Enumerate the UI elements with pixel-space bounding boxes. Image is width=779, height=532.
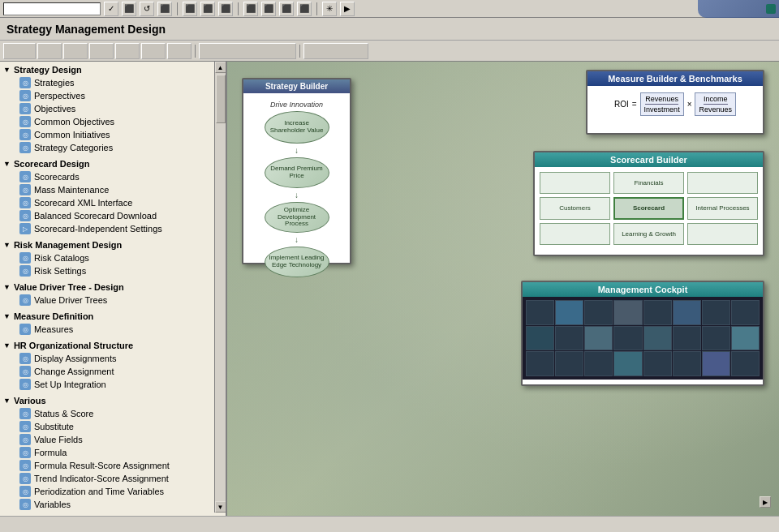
sidebar-item-status-score[interactable]: ◎ Status & Score — [0, 407, 214, 420]
tree-header-measure-def[interactable]: ▼ Measure Definition — [0, 310, 214, 323]
top-toolbar: ✓ ⬛ ↺ ⬛ ⬛ ⬛ ⬛ ⬛ ⬛ ⬛ ⬛ ✳ ▶ — [0, 0, 779, 18]
sb-oval-4: Implement Leading Edge Technology — [265, 247, 329, 277]
toolbar-icon-refresh[interactable]: ↺ — [140, 2, 154, 16]
item-icon-objectives: ◎ — [19, 103, 31, 114]
sidebar-item-mass-maintenance[interactable]: ◎ Mass Maintenance — [0, 183, 214, 196]
toolbar-icon-func3[interactable]: ⬛ — [279, 2, 294, 16]
strategy-builder-card[interactable]: Strategy Builder Drive Innovation Increa… — [242, 78, 351, 264]
tb2-btn-1[interactable] — [3, 43, 36, 59]
tb2-btn-3[interactable] — [63, 43, 88, 59]
item-label-independent-settings: Scorecard-Independent Settings — [34, 224, 162, 234]
tb2-btn-4[interactable] — [89, 43, 114, 59]
sc-label-customers: Customers — [559, 204, 591, 212]
toolbar-icon-nav2[interactable]: ⬛ — [200, 2, 215, 16]
strategy-builder-body: Drive Innovation Increase Shareholder Va… — [243, 93, 350, 285]
tb2-btn-8[interactable] — [199, 43, 296, 59]
toolbar-icon-func1[interactable]: ⬛ — [243, 2, 258, 16]
tree-header-various[interactable]: ▼ Various — [0, 394, 214, 407]
scroll-thumb[interactable] — [216, 75, 226, 123]
tree-header-hr-org[interactable]: ▼ HR Organizational Structure — [0, 339, 214, 352]
sidebar-scrollbar[interactable]: ▲ ▼ — [214, 62, 226, 513]
toolbar-input[interactable] — [3, 2, 101, 15]
sb-oval-2-text: Demand Premium Price — [267, 165, 327, 180]
arrow-risk-mgmt: ▼ — [3, 241, 11, 249]
sidebar-item-periodization[interactable]: ◎ Periodization and Time Variables — [0, 485, 214, 498]
sidebar-item-strategy-categories[interactable]: ◎ Strategy Categories — [0, 141, 214, 154]
sidebar-item-risk-catalogs[interactable]: ◎ Risk Catalogs — [0, 251, 214, 264]
sidebar-item-xml-interface[interactable]: ◎ Scorecard XML Interface — [0, 196, 214, 209]
canvas-scroll-right[interactable]: ▶ — [760, 496, 771, 508]
tb2-btn-7[interactable] — [167, 43, 192, 59]
item-label-measures: Measures — [34, 324, 73, 334]
sidebar-item-objectives[interactable]: ◎ Objectives — [0, 102, 214, 115]
sidebar-item-value-fields[interactable]: ◎ Value Fields — [0, 433, 214, 446]
sb-arrow-1: ↓ — [248, 146, 345, 155]
toolbar-separator-1 — [177, 2, 178, 15]
sidebar-item-independent-settings[interactable]: ▷ Scorecard-Independent Settings — [0, 222, 214, 235]
item-label-display-assignments: Display Assignments — [34, 354, 117, 363]
arrow-scorecard-design: ▼ — [3, 160, 11, 168]
toolbar-icon-nav3[interactable]: ⬛ — [218, 2, 233, 16]
sidebar-item-set-up-integration[interactable]: ◎ Set Up Integration — [0, 378, 214, 391]
toolbar-icon-nav1[interactable]: ⬛ — [183, 2, 197, 16]
item-label-objectives: Objectives — [34, 104, 75, 114]
toolbar-icon-stop[interactable]: ⬛ — [157, 2, 172, 16]
item-icon-mass-maintenance: ◎ — [19, 184, 31, 195]
cockpit-cell-13 — [643, 326, 672, 351]
tree-section-strategy-design: ▼ Strategy Design ◎ Strategies ◎ Perspec… — [0, 62, 214, 156]
sidebar-item-scorecards[interactable]: ◎ Scorecards — [0, 170, 214, 183]
sidebar-item-substitute[interactable]: ◎ Substitute — [0, 420, 214, 433]
tb2-btn-2[interactable] — [37, 43, 62, 59]
tree-header-risk-mgmt[interactable]: ▼ Risk Management Design — [0, 238, 214, 251]
toolbar-icon-check[interactable]: ✓ — [104, 2, 118, 16]
item-icon-periodization: ◎ — [19, 486, 31, 497]
sidebar-item-risk-settings[interactable]: ◎ Risk Settings — [0, 264, 214, 277]
tb2-btn-6[interactable] — [141, 43, 166, 59]
cockpit-cell-10 — [555, 326, 583, 351]
sidebar-item-display-assignments[interactable]: ◎ Display Assignments — [0, 352, 214, 365]
sidebar-item-bsc-download[interactable]: ◎ Balanced Scorecard Download — [0, 209, 214, 222]
sidebar-item-variables[interactable]: ◎ Variables — [0, 498, 214, 511]
sidebar-item-measures[interactable]: ◎ Measures — [0, 323, 214, 336]
cockpit-cell-7 — [702, 300, 730, 325]
tree-header-scorecard-design[interactable]: ▼ Scorecard Design — [0, 157, 214, 170]
cockpit-cell-14 — [673, 326, 701, 351]
item-icon-strategies: ◎ — [19, 77, 31, 88]
tree-header-value-driver[interactable]: ▼ Value Driver Tree - Design — [0, 281, 214, 294]
item-label-set-up-integration: Set Up Integration — [34, 380, 106, 389]
tree-header-strategy-design[interactable]: ▼ Strategy Design — [0, 63, 214, 76]
sidebar-item-perspectives[interactable]: ◎ Perspectives — [0, 89, 214, 102]
sidebar-item-strategies[interactable]: ◎ Strategies — [0, 76, 214, 89]
scorecard-builder-card[interactable]: Scorecard Builder Financials Customers S… — [533, 151, 764, 256]
scroll-up-arrow[interactable]: ▲ — [215, 62, 226, 73]
sidebar-item-change-assignment[interactable]: ◎ Change Assignment — [0, 365, 214, 378]
sidebar-item-formula-result-score[interactable]: ◎ Formula Result-Score Assignment — [0, 459, 214, 472]
toolbar-icon-misc1[interactable]: ✳ — [322, 2, 337, 16]
roi-label: ROI — [614, 100, 629, 109]
cockpit-cell-9 — [526, 326, 554, 351]
multiply-operator: × — [687, 100, 692, 109]
measure-builder-card[interactable]: Measure Builder & Benchmarks ROI = Reven… — [586, 70, 764, 135]
toolbar-icon-square[interactable]: ⬛ — [122, 2, 136, 16]
item-label-value-fields: Value Fields — [34, 435, 83, 444]
sidebar-scroll-container: ▼ Strategy Design ◎ Strategies ◎ Perspec… — [0, 62, 226, 513]
sidebar-item-common-objectives[interactable]: ◎ Common Objectives — [0, 115, 214, 128]
scroll-down-arrow[interactable]: ▼ — [215, 501, 226, 513]
tb2-btn-5[interactable] — [115, 43, 140, 59]
sidebar-item-trend-indicator[interactable]: ◎ Trend Indicator-Score Assignment — [0, 472, 214, 485]
mgmt-cockpit-card[interactable]: Management Cockpit — [521, 281, 764, 386]
toolbar-icon-func2[interactable]: ⬛ — [261, 2, 276, 16]
item-label-perspectives: Perspectives — [34, 91, 85, 101]
sidebar-item-value-driver-trees[interactable]: ◎ Value Driver Trees — [0, 294, 214, 307]
sc-label-scorecard: Scorecard — [633, 204, 665, 212]
sidebar-item-common-initiatives[interactable]: ◎ Common Initiatives — [0, 128, 214, 141]
item-label-status-score: Status & Score — [34, 409, 93, 418]
tb2-btn-9[interactable] — [303, 43, 368, 59]
toolbar-icon-func4[interactable]: ⬛ — [297, 2, 312, 16]
item-icon-status-score: ◎ — [19, 408, 31, 419]
app-title: Strategy Management Design — [6, 23, 166, 36]
secondary-toolbar — [0, 41, 779, 62]
measure-fraction-1: Revenues Investment — [640, 92, 684, 116]
sidebar-item-formula[interactable]: ◎ Formula — [0, 446, 214, 459]
toolbar-icon-misc2[interactable]: ▶ — [340, 2, 355, 16]
